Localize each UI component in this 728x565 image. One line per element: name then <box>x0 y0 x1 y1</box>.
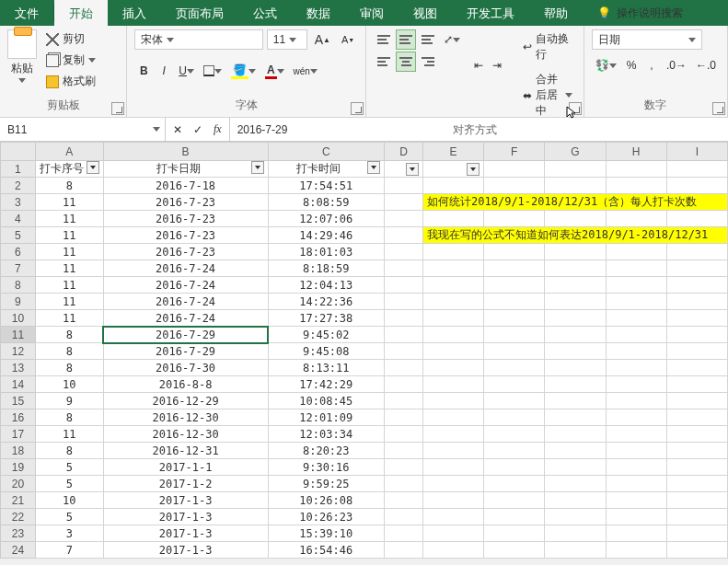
cell-B15[interactable]: 2016-12-29 <box>103 393 268 409</box>
cell-I24[interactable] <box>666 542 727 559</box>
align-launcher[interactable] <box>569 102 582 115</box>
cell-B2[interactable]: 2016-7-18 <box>103 178 268 194</box>
increase-decimal-button[interactable]: .0→ <box>663 55 690 75</box>
align-left-button[interactable] <box>374 52 394 72</box>
cell-F17[interactable] <box>484 426 545 443</box>
cell-C6[interactable]: 18:01:03 <box>268 244 384 260</box>
cell-C10[interactable]: 17:27:38 <box>268 310 384 327</box>
col-header-B[interactable]: B <box>103 143 268 161</box>
cell-E7[interactable] <box>423 260 484 277</box>
cell-E16[interactable] <box>423 409 484 426</box>
cell-A3[interactable]: 11 <box>35 194 103 211</box>
filter-button[interactable] <box>251 161 264 174</box>
menu-insert[interactable]: 插入 <box>108 0 161 26</box>
cell-D9[interactable] <box>384 294 422 310</box>
cell-A4[interactable]: 11 <box>35 211 103 227</box>
cell-C24[interactable]: 16:54:46 <box>268 542 384 559</box>
tell-me[interactable]: 💡 操作说明搜索 <box>590 0 690 26</box>
menu-file[interactable]: 文件 <box>0 0 53 26</box>
row-header-8[interactable]: 8 <box>1 277 36 294</box>
cell-B19[interactable]: 2017-1-1 <box>103 459 268 476</box>
cell-C17[interactable]: 12:03:34 <box>268 426 384 443</box>
cell-C11[interactable]: 9:45:02 <box>268 327 384 343</box>
cell-I15[interactable] <box>666 393 727 409</box>
row-header-15[interactable]: 15 <box>1 393 36 409</box>
cell-I18[interactable] <box>666 443 727 459</box>
cell-G19[interactable] <box>545 459 606 476</box>
cell-G8[interactable] <box>545 277 606 294</box>
number-format-select[interactable]: 日期 <box>592 29 702 50</box>
cell-H8[interactable] <box>606 277 666 294</box>
border-button[interactable] <box>200 61 225 81</box>
cell-D2[interactable] <box>384 178 422 194</box>
cell-A7[interactable]: 11 <box>35 260 103 277</box>
cell-F20[interactable] <box>484 476 545 492</box>
cell-E15[interactable] <box>423 393 484 409</box>
cell-F19[interactable] <box>484 459 545 476</box>
cell-E6[interactable] <box>423 244 484 260</box>
cell-B18[interactable]: 2016-12-31 <box>103 443 268 459</box>
cell-B21[interactable]: 2017-1-3 <box>103 492 268 509</box>
cell-G12[interactable] <box>545 343 606 360</box>
underline-button[interactable]: U <box>175 61 198 81</box>
cell-D7[interactable] <box>384 260 422 277</box>
increase-indent-button[interactable]: ⇥ <box>488 55 506 75</box>
cell-H7[interactable] <box>606 260 666 277</box>
cell-H14[interactable] <box>606 376 666 393</box>
cell-I2[interactable] <box>666 178 727 194</box>
font-launcher[interactable] <box>351 102 364 115</box>
cell-H2[interactable] <box>606 178 666 194</box>
cell-F23[interactable] <box>484 525 545 542</box>
cell-C14[interactable]: 17:42:29 <box>268 376 384 393</box>
cell-C12[interactable]: 9:45:08 <box>268 343 384 360</box>
row-header-11[interactable]: 11 <box>1 327 36 343</box>
cell-D15[interactable] <box>384 393 422 409</box>
menu-layout[interactable]: 页面布局 <box>161 0 238 26</box>
align-bottom-button[interactable] <box>418 29 438 50</box>
cell-G6[interactable] <box>545 244 606 260</box>
cell-E9[interactable] <box>423 294 484 310</box>
menu-data[interactable]: 数据 <box>292 0 345 26</box>
cell-A16[interactable]: 8 <box>35 409 103 426</box>
row-header-9[interactable]: 9 <box>1 294 36 310</box>
cell-C8[interactable]: 12:04:13 <box>268 277 384 294</box>
cell-I6[interactable] <box>666 244 727 260</box>
filter-button[interactable] <box>367 161 380 174</box>
cell-I1[interactable] <box>666 161 727 178</box>
col-header-D[interactable]: D <box>384 143 422 161</box>
cell-F24[interactable] <box>484 542 545 559</box>
cell-C18[interactable]: 8:20:23 <box>268 443 384 459</box>
cell-I17[interactable] <box>666 426 727 443</box>
cell-F4[interactable] <box>484 211 545 227</box>
cell-E14[interactable] <box>423 376 484 393</box>
cell-E11[interactable] <box>423 327 484 343</box>
cell-D11[interactable] <box>384 327 422 343</box>
cell-C15[interactable]: 10:08:45 <box>268 393 384 409</box>
row-header-20[interactable]: 20 <box>1 476 36 492</box>
cell-G11[interactable] <box>545 327 606 343</box>
cell-B7[interactable]: 2016-7-24 <box>103 260 268 277</box>
cell-B10[interactable]: 2016-7-24 <box>103 310 268 327</box>
cancel-formula-button[interactable]: ✕ <box>173 123 182 136</box>
cell-I4[interactable] <box>666 211 727 227</box>
name-box-input[interactable] <box>7 123 145 136</box>
row-header-7[interactable]: 7 <box>1 260 36 277</box>
cell-E20[interactable] <box>423 476 484 492</box>
cell-I14[interactable] <box>666 376 727 393</box>
cell-H4[interactable] <box>606 211 666 227</box>
cell-G14[interactable] <box>545 376 606 393</box>
cell-C23[interactable]: 15:39:10 <box>268 525 384 542</box>
cell-G2[interactable] <box>545 178 606 194</box>
cell-E4[interactable] <box>423 211 484 227</box>
cell-C3[interactable]: 8:08:59 <box>268 194 384 211</box>
cell-C2[interactable]: 17:54:51 <box>268 178 384 194</box>
cell-E8[interactable] <box>423 277 484 294</box>
select-all-corner[interactable] <box>1 143 36 161</box>
wrap-text-button[interactable]: ↩自动换行 <box>519 29 576 64</box>
row-header-19[interactable]: 19 <box>1 459 36 476</box>
cell-A11[interactable]: 8 <box>35 327 103 343</box>
cell-C7[interactable]: 8:18:59 <box>268 260 384 277</box>
fx-button[interactable]: fx <box>214 122 222 136</box>
cell-D6[interactable] <box>384 244 422 260</box>
cell-C1[interactable]: 打卡时间 <box>268 161 384 178</box>
